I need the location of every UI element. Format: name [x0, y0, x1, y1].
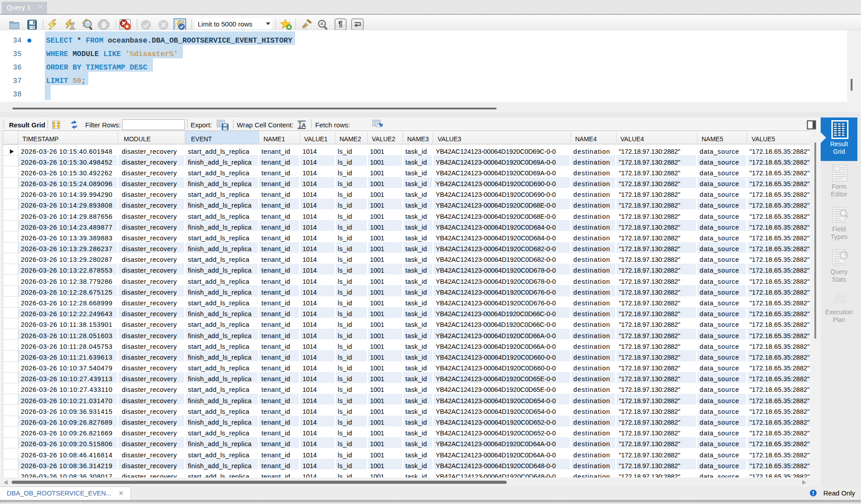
svg-text:A: A: [302, 122, 306, 129]
